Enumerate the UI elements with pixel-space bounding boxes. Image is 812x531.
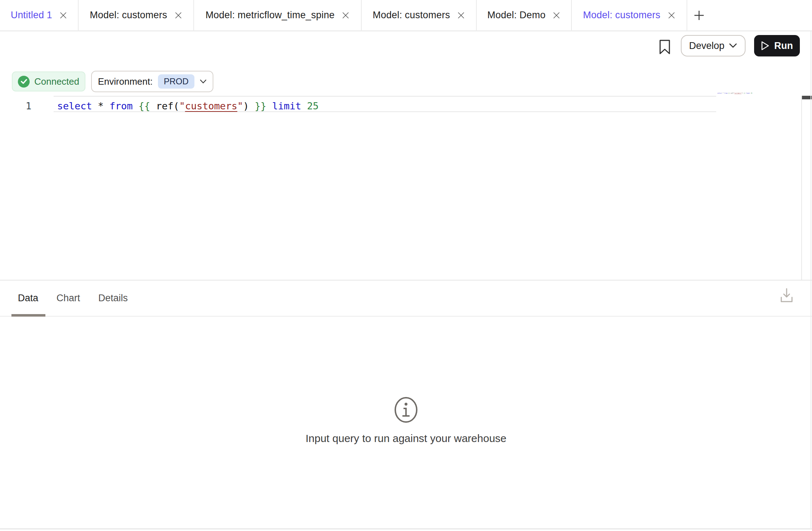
code-token-function: ref( — [156, 100, 179, 111]
bookmark-icon[interactable] — [659, 39, 671, 55]
minimap-token: select — [717, 93, 723, 94]
editor-tab-bar: Untitled 1 Model: customers Model: metri… — [0, 0, 812, 31]
connected-label: Connected — [34, 76, 79, 87]
minimap-token: customers — [734, 93, 742, 94]
tab-model-customers-3[interactable]: Model: customers — [572, 0, 687, 30]
tab-details[interactable]: Details — [98, 293, 128, 304]
environment-selector[interactable]: Environment: PROD — [91, 71, 213, 92]
close-icon[interactable] — [342, 11, 350, 19]
editor-scrollbar-track — [801, 96, 802, 280]
new-tab-button[interactable] — [687, 0, 711, 30]
tab-label: Model: customers — [373, 10, 450, 21]
code-token-keyword: limit — [272, 100, 307, 111]
info-icon — [392, 396, 420, 424]
develop-menu-button[interactable]: Develop — [681, 35, 746, 56]
close-icon[interactable] — [457, 11, 465, 19]
code-line[interactable]: select * from {{ ref("customers") }} lim… — [57, 100, 319, 111]
code-token-keyword: from — [109, 100, 138, 111]
close-icon[interactable] — [174, 11, 182, 19]
close-icon[interactable] — [668, 11, 675, 19]
minimap-token: limit — [746, 93, 751, 94]
code-token-jinja-open: {{ — [139, 100, 156, 111]
close-icon[interactable] — [59, 11, 67, 19]
empty-state-message: Input query to run against your warehous… — [0, 432, 812, 445]
connection-status-badge: Connected — [12, 71, 85, 91]
code-token-jinja-close: }} — [255, 100, 272, 111]
minimap-token: ref( — [731, 93, 734, 94]
results-tab-bar: Data Chart Details — [0, 281, 812, 317]
bottom-divider — [0, 528, 812, 530]
tab-label: Model: customers — [583, 10, 660, 21]
code-token-ref-link[interactable]: customers — [185, 100, 237, 111]
editor-minimap: select * from {{ ref("customers") }} lim… — [717, 93, 752, 94]
tab-model-customers-2[interactable]: Model: customers — [362, 0, 477, 30]
ide-window: Untitled 1 Model: customers Model: metri… — [0, 0, 812, 531]
tab-label: Model: customers — [90, 10, 167, 21]
minimap-token: 25 — [751, 93, 752, 94]
tab-model-customers-1[interactable]: Model: customers — [79, 0, 194, 30]
tab-data[interactable]: Data — [18, 293, 38, 304]
tab-model-metricflow-time-spine[interactable]: Model: metricflow_time_spine — [194, 0, 362, 30]
run-button[interactable]: Run — [754, 35, 800, 56]
plus-icon — [694, 10, 704, 21]
line-number: 1 — [20, 100, 31, 111]
tab-untitled-1[interactable]: Untitled 1 — [0, 0, 79, 30]
tab-label: Untitled 1 — [11, 10, 52, 21]
tab-model-demo[interactable]: Model: Demo — [477, 0, 572, 30]
play-icon — [761, 41, 769, 50]
active-tab-underline — [11, 314, 45, 317]
run-label: Run — [774, 40, 793, 51]
tab-label: Model: Demo — [487, 10, 546, 21]
chevron-down-icon — [200, 79, 207, 84]
download-icon[interactable] — [780, 287, 793, 303]
code-token-number: 25 — [307, 100, 319, 111]
code-token-operator: * — [98, 100, 110, 111]
code-token-paren: ) — [243, 100, 255, 111]
tab-chart[interactable]: Chart — [56, 293, 80, 304]
code-token-quote: " — [237, 100, 243, 111]
code-token-quote: " — [179, 100, 185, 111]
develop-label: Develop — [689, 40, 724, 51]
tab-label: Model: metricflow_time_spine — [206, 10, 335, 21]
chevron-down-icon — [729, 43, 737, 48]
environment-value-badge: PROD — [158, 74, 194, 89]
close-icon[interactable] — [553, 11, 560, 19]
connected-check-icon — [18, 76, 30, 88]
environment-label: Environment: — [98, 76, 153, 87]
code-token-keyword: select — [57, 100, 98, 111]
minimap-token: from — [724, 93, 728, 94]
